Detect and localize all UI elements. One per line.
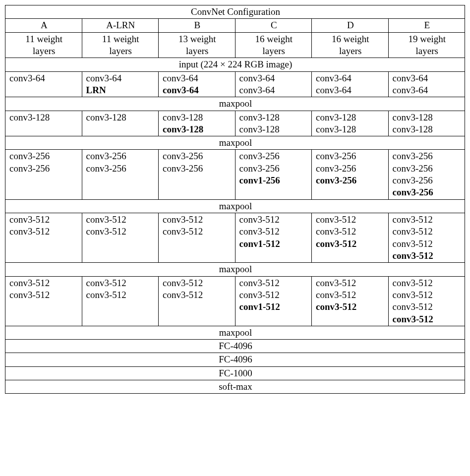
fc-row: FC-4096 <box>5 353 465 366</box>
layer-entry: conv3-512 <box>393 238 462 250</box>
layer-entry: conv3-512 <box>316 238 385 250</box>
cell: conv3-512conv3-512conv1-512 <box>235 213 312 263</box>
layer-entry: conv3-256 <box>316 150 385 162</box>
maxpool-row: maxpool <box>5 263 465 276</box>
layer-entry: conv3-256 <box>239 163 309 175</box>
fc-row: FC-4096 <box>5 340 465 353</box>
col-name: B <box>159 19 235 32</box>
layer-entry: conv3-512 <box>239 277 309 289</box>
cell: conv3-128conv3-128 <box>312 111 389 136</box>
layer-entry: conv3-512 <box>86 226 156 238</box>
layer-entry: conv3-128 <box>163 112 232 123</box>
layer-entry: conv3-512 <box>393 301 462 313</box>
layer-entry: conv3-512 <box>393 313 462 325</box>
layer-entry: conv3-512 <box>9 226 79 238</box>
cell: conv3-512conv3-512conv3-512conv3-512 <box>388 276 465 326</box>
layer-entry: conv3-128 <box>393 123 462 135</box>
layer-entry: conv3-512 <box>316 301 385 313</box>
block4-row: conv3-512conv3-512 conv3-512conv3-512 co… <box>5 213 465 263</box>
block5-row: conv3-512conv3-512 conv3-512conv3-512 co… <box>5 276 465 326</box>
cell: conv3-512conv3-512 <box>159 213 235 263</box>
layer-entry: conv1-512 <box>239 301 309 313</box>
layer-entry: conv3-256 <box>239 150 309 162</box>
cell: conv3-64 <box>5 71 82 97</box>
layer-entry: conv3-128 <box>393 112 462 123</box>
layer-entry: conv3-64 <box>239 84 309 96</box>
cell: conv3-128 <box>82 111 159 136</box>
cell: conv3-512conv3-512conv1-512 <box>235 276 312 326</box>
layer-entry: LRN <box>86 84 156 96</box>
layer-entry: conv3-512 <box>86 277 156 289</box>
cell: conv3-512conv3-512 <box>5 276 82 326</box>
layer-entry: conv3-64 <box>239 72 309 84</box>
layer-entry: conv3-512 <box>316 226 385 238</box>
cell: conv3-64conv3-64 <box>312 71 389 97</box>
layer-entry: conv3-512 <box>163 277 232 289</box>
table-title: ConvNet Configuration <box>5 5 465 19</box>
layer-entry: conv3-512 <box>239 214 309 226</box>
layer-entry: conv1-256 <box>239 175 309 186</box>
layer-entry: conv3-128 <box>9 112 79 123</box>
layer-entry: conv3-64 <box>393 84 462 96</box>
fc-row: FC-1000 <box>5 366 465 380</box>
layer-entry: conv3-256 <box>393 150 462 162</box>
cell: conv3-64LRN <box>82 71 159 97</box>
layer-entry: conv3-512 <box>316 289 385 301</box>
maxpool-row: maxpool <box>5 326 465 339</box>
layer-entry: conv3-128 <box>316 112 385 123</box>
cell: conv3-256conv3-256 <box>5 150 82 199</box>
layer-entry: conv3-128 <box>86 112 156 123</box>
layer-entry: conv3-512 <box>316 277 385 289</box>
layer-entry: conv3-128 <box>316 123 385 135</box>
col-name: C <box>235 19 312 32</box>
layer-entry: conv3-512 <box>239 289 309 301</box>
layer-entry: conv3-512 <box>163 289 232 301</box>
layer-entry: conv3-256 <box>86 150 156 162</box>
cell: conv3-64conv3-64 <box>388 71 465 97</box>
layer-entry: conv3-512 <box>239 226 309 238</box>
layer-entry: conv3-256 <box>393 175 462 186</box>
col-depth: 11 weightlayers <box>82 32 159 58</box>
layer-entry: conv3-512 <box>316 214 385 226</box>
cell: conv3-512conv3-512 <box>82 276 159 326</box>
col-names-row: A A-LRN B C D E <box>5 19 465 32</box>
cell: conv3-512conv3-512conv3-512 <box>312 213 389 263</box>
col-depth: 16 weightlayers <box>312 32 389 58</box>
layer-entry: conv3-256 <box>9 150 79 162</box>
block3-row: conv3-256conv3-256 conv3-256conv3-256 co… <box>5 150 465 199</box>
layer-entry: conv1-512 <box>239 238 309 250</box>
layer-entry: conv3-128 <box>163 123 232 135</box>
cell: conv3-512conv3-512conv3-512conv3-512 <box>388 213 465 263</box>
layer-entry: conv3-128 <box>239 123 309 135</box>
cell: conv3-256conv3-256conv1-256 <box>235 150 312 199</box>
layer-entry: conv3-64 <box>163 84 232 96</box>
col-depth-row: 11 weightlayers 11 weightlayers 13 weigh… <box>5 32 465 58</box>
cell: conv3-512conv3-512conv3-512 <box>312 276 389 326</box>
cell: conv3-128 <box>5 111 82 136</box>
col-depth: 16 weightlayers <box>235 32 312 58</box>
layer-entry: conv3-512 <box>393 277 462 289</box>
cell: conv3-256conv3-256 <box>82 150 159 199</box>
layer-entry: conv3-512 <box>86 214 156 226</box>
col-depth: 13 weightlayers <box>159 32 235 58</box>
col-depth: 11 weightlayers <box>5 32 82 58</box>
layer-entry: conv3-512 <box>393 214 462 226</box>
cell: conv3-128conv3-128 <box>388 111 465 136</box>
cell: conv3-256conv3-256conv3-256conv3-256 <box>388 150 465 199</box>
block1-row: conv3-64 conv3-64LRN conv3-64conv3-64 co… <box>5 71 465 97</box>
cell: conv3-128conv3-128 <box>235 111 312 136</box>
layer-entry: conv3-64 <box>393 72 462 84</box>
layer-entry: conv3-512 <box>163 226 232 238</box>
convnet-config-table: ConvNet Configuration A A-LRN B C D E 11… <box>5 5 465 394</box>
maxpool-row: maxpool <box>5 199 465 213</box>
cell: conv3-256conv3-256 <box>159 150 235 199</box>
layer-entry: conv3-512 <box>86 289 156 301</box>
maxpool-row: maxpool <box>5 136 465 150</box>
layer-entry: conv3-512 <box>393 250 462 262</box>
layer-entry: conv3-512 <box>9 289 79 301</box>
layer-entry: conv3-256 <box>316 175 385 186</box>
layer-entry: conv3-256 <box>393 163 462 175</box>
input-row: input (224 × 224 RGB image) <box>5 58 465 71</box>
block2-row: conv3-128 conv3-128 conv3-128conv3-128 c… <box>5 111 465 136</box>
layer-entry: conv3-64 <box>316 72 385 84</box>
